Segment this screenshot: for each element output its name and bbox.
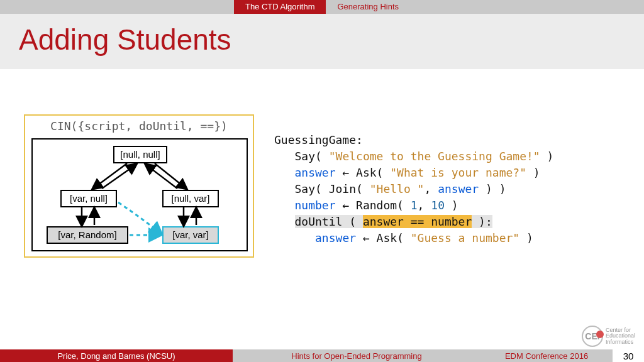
code-block: GuessingGame: Say( "Welcome to the Guess…: [274, 132, 553, 246]
footer: Price, Dong and Barnes (NCSU) Hints for …: [0, 349, 644, 362]
slide-title: Adding Students: [19, 23, 625, 57]
diagram-panel: CIN({script, doUntil, ==}) [null, null] …: [24, 114, 254, 258]
node-left1: [var, null]: [60, 190, 117, 207]
header-tabs: The CTD Algorithm Generating Hints: [0, 0, 644, 14]
svg-line-2: [155, 163, 186, 189]
main-content: CIN({script, doUntil, ==}) [null, null] …: [0, 69, 644, 339]
footer-venue: EDM Conference 2016: [480, 349, 613, 362]
logo-text: Center for Educational Informatics: [606, 327, 635, 345]
code-line-3: Say( Join( "Hello ", answer ) ): [274, 181, 553, 197]
code-line-1: Say( "Welcome to the Guessing Game!" ): [274, 148, 553, 165]
footer-authors: Price, Dong and Barnes (NCSU): [0, 349, 233, 362]
node-right1: [null, var]: [162, 190, 219, 207]
node-top: [null, null]: [113, 146, 167, 163]
tab-active: The CTD Algorithm: [234, 0, 326, 14]
footer-title: Hints for Open-Ended Programming: [233, 349, 480, 362]
code-line-5: doUntil ( answer == number ):: [274, 214, 553, 230]
tab-inactive: Generating Hints: [326, 0, 410, 14]
svg-line-3: [146, 165, 177, 189]
footer-page: 30: [613, 349, 644, 362]
diagram-inner: [null, null] [var, null] [null, var] [va…: [31, 138, 248, 251]
code-line-2: answer ← Ask( "What is your name?" ): [274, 165, 553, 181]
node-right2: [var, var]: [162, 226, 219, 244]
logo-mark: CEI: [582, 326, 603, 347]
diagram-caption: CIN({script, doUntil, ==}): [25, 116, 253, 135]
highlight-expression: answer == number: [363, 215, 472, 228]
svg-line-0: [93, 163, 127, 189]
svg-line-1: [102, 165, 136, 189]
node-left2: [var, Random]: [47, 226, 128, 244]
code-line-6: answer ← Ask( "Guess a number" ): [274, 230, 553, 246]
title-bar: Adding Students: [0, 14, 644, 69]
code-line-0: GuessingGame:: [274, 132, 553, 148]
logo: CEI Center for Educational Informatics: [582, 326, 635, 347]
code-line-4: number ← Random( 1, 10 ): [274, 197, 553, 214]
